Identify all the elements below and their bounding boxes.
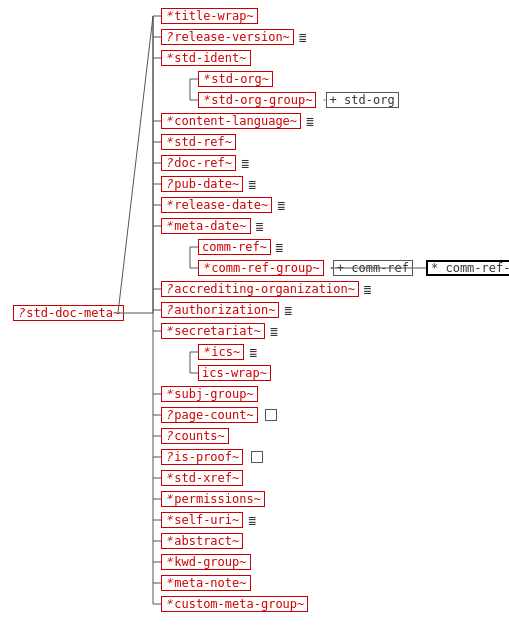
list-icon-meta-date: ≣ (256, 218, 264, 234)
node-subj-group: * subj-group ~ (161, 386, 258, 402)
node-release-date: * release-date ~ (161, 197, 272, 213)
node-std-org-group: * std-org-group ~ (198, 92, 316, 108)
node-content-language: * content-language ~ (161, 113, 301, 129)
list-icon-secretariat: ≣ (270, 323, 278, 339)
list-icon-ics: ≣ (250, 344, 258, 360)
black-comm-ref-group: * comm-ref-group (426, 260, 509, 276)
plus-std-org-group: + std-org (326, 92, 399, 108)
node-custom-meta-group: * custom-meta-group ~ (161, 596, 308, 612)
list-icon-accrediting-organization: ≣ (364, 281, 372, 297)
node-title-wrap: * title-wrap ~ (161, 8, 258, 24)
list-icon-content-language: ≣ (306, 113, 314, 129)
node-permissions: * permissions ~ (161, 491, 265, 507)
node-secretariat: * secretariat ~ (161, 323, 265, 339)
node-accrediting-organization: ? accrediting-organization ~ (161, 281, 359, 297)
list-icon-release-date: ≣ (277, 197, 285, 213)
svg-line-37 (118, 16, 153, 313)
node-is-proof: ? is-proof ~ (161, 449, 243, 465)
list-icon-release-version: ≣ (299, 29, 307, 45)
node-meta-note: * meta-note ~ (161, 575, 251, 591)
node-std-ref: * std-ref ~ (161, 134, 236, 150)
square-icon-page-count (265, 409, 277, 421)
node-counts: ? counts ~ (161, 428, 229, 444)
node-release-version: ? release-version ~ (161, 29, 294, 45)
root-node: ? std-doc-meta ~ (13, 305, 124, 321)
node-authorization: ? authorization ~ (161, 302, 279, 318)
node-std-xref: * std-xref ~ (161, 470, 243, 486)
node-meta-date: * meta-date ~ (161, 218, 251, 234)
node-std-org: * std-org ~ (198, 71, 273, 87)
list-icon-pub-date: ≣ (249, 176, 257, 192)
node-page-count: ? page-count ~ (161, 407, 258, 423)
node-ics: * ics ~ (198, 344, 244, 360)
node-doc-ref: ? doc-ref ~ (161, 155, 236, 171)
list-icon-doc-ref: ≣ (241, 155, 249, 171)
node-pub-date: ? pub-date ~ (161, 176, 243, 192)
plus-comm-ref-group: + comm-ref (333, 260, 413, 276)
square-icon-is-proof (251, 451, 263, 463)
list-icon-comm-ref: ≣ (276, 239, 284, 255)
node-kwd-group: * kwd-group ~ (161, 554, 251, 570)
node-comm-ref-group: * comm-ref-group ~ (198, 260, 324, 276)
node-self-uri: * self-uri ~ (161, 512, 243, 528)
node-abstract: * abstract ~ (161, 533, 243, 549)
node-comm-ref: comm-ref ~ (198, 239, 271, 255)
list-icon-authorization: ≣ (285, 302, 293, 318)
node-ics-wrap: ics-wrap ~ (198, 365, 271, 381)
node-std-ident: * std-ident ~ (161, 50, 251, 66)
list-icon-self-uri: ≣ (249, 512, 257, 528)
